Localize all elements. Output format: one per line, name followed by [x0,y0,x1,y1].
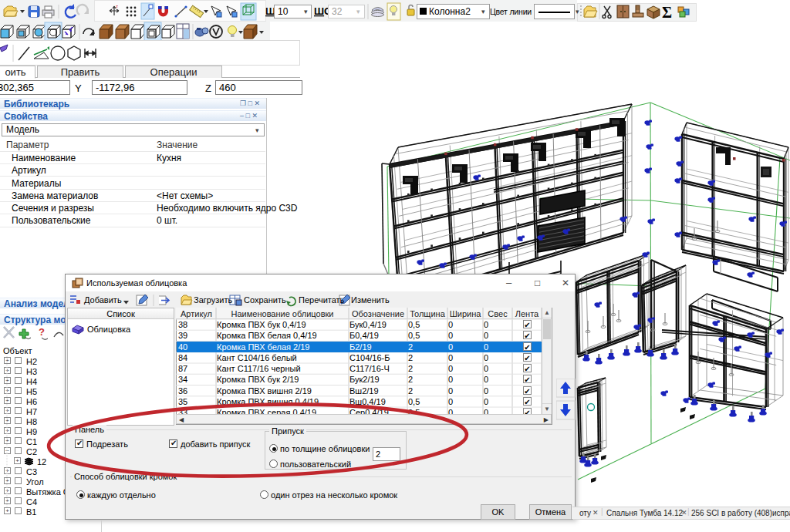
svg-text:Σ: Σ [662,4,672,21]
svg-text:z: z [116,4,118,8]
svg-text:?: ? [39,326,45,338]
